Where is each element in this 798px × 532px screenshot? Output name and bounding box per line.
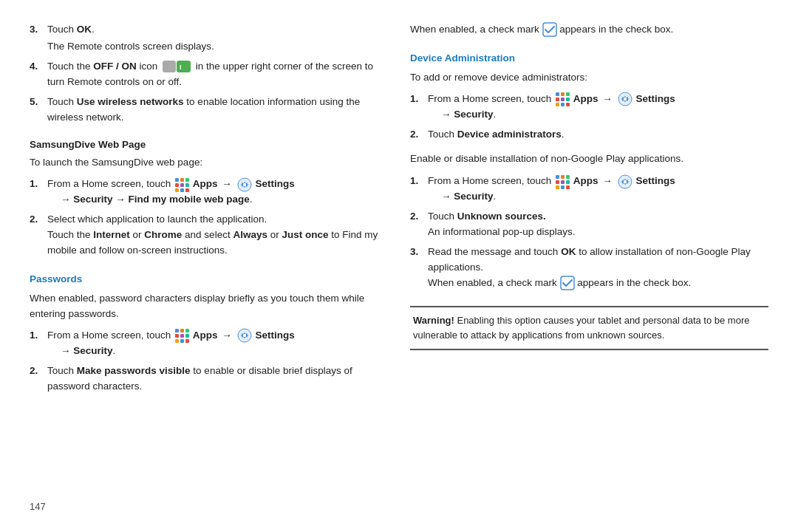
sd-step-1: 1. From a Home screen, touch <box>30 177 388 208</box>
da2-step-2: 2. Touch Unknown sources. An information… <box>410 209 768 240</box>
pw-settings-label: Settings <box>255 330 294 341</box>
svg-rect-1 <box>177 61 191 72</box>
da2-step-3: 3. Read the message and touch OK to allo… <box>410 245 768 291</box>
sd-step-1-num: 1. <box>30 177 43 208</box>
da2-step-2-content: Touch Unknown sources. An informational … <box>428 209 768 240</box>
svg-rect-31 <box>556 98 559 101</box>
passwords-title: Passwords <box>30 272 388 287</box>
da-step-2-num: 2. <box>410 127 423 143</box>
pw-step-2-num: 2. <box>30 364 43 395</box>
toggle-switch-icon: I <box>163 59 191 74</box>
device-admin-intro: To add or remove device administrators: <box>410 70 768 86</box>
pw-security: Security <box>73 345 112 356</box>
svg-rect-19 <box>180 334 184 338</box>
da2-step2-sub: An informational pop-up displays. <box>428 226 576 237</box>
da-step-1-num: 1. <box>410 92 423 123</box>
step-3: 3. Touch OK. The Remote controls screen … <box>30 22 388 55</box>
samsungdive-steps: 1. From a Home screen, touch <box>30 177 388 263</box>
svg-rect-32 <box>561 98 565 101</box>
da-settings-label-1: Settings <box>635 93 675 104</box>
da-arrow-1: → <box>602 93 613 104</box>
svg-text:I: I <box>180 64 182 71</box>
da2-apps-label: Apps <box>573 175 598 186</box>
step-list-left: 3. Touch OK. The Remote controls screen … <box>30 22 388 130</box>
settings-gear-icon-4 <box>618 174 632 189</box>
svg-rect-43 <box>556 180 559 184</box>
passwords-intro: When enabled, password characters displa… <box>30 291 388 322</box>
svg-rect-16 <box>180 329 184 332</box>
passwords-steps: 1. From a Home screen, touch <box>30 328 388 399</box>
da-device-admins: Device administrators <box>457 129 562 140</box>
sd-step-2-num: 2. <box>30 212 43 259</box>
step-5-content: Touch Use wireless networks to enable lo… <box>47 95 388 126</box>
warning-box: Warning! Enabling this option causes you… <box>410 306 768 350</box>
svg-rect-20 <box>185 334 189 338</box>
da2-steps: 1. From a Home screen, touch <box>410 174 768 295</box>
da2-security: Security <box>454 191 493 202</box>
da2-step-3-content: Read the message and touch OK to allow i… <box>428 245 768 291</box>
svg-rect-4 <box>180 178 184 182</box>
sd-step-2: 2. Select which application to launch th… <box>30 212 388 259</box>
svg-rect-7 <box>180 183 184 187</box>
svg-rect-10 <box>180 188 184 192</box>
settings-gear-icon-1 <box>237 177 252 192</box>
svg-rect-22 <box>180 339 184 343</box>
warning-label: Warning! <box>413 315 454 326</box>
svg-rect-42 <box>566 175 570 179</box>
svg-rect-44 <box>561 180 565 184</box>
right-column: When enabled, a check mark appears in th… <box>410 22 768 517</box>
da2-step1-security: → Security. <box>441 191 496 202</box>
pw-step-1: 1. From a Home screen, touch <box>30 328 388 359</box>
step-5-num: 5. <box>30 95 43 126</box>
pw-apps-label: Apps <box>193 330 218 341</box>
svg-rect-21 <box>175 339 179 343</box>
da2-step-2-num: 2. <box>410 209 423 240</box>
svg-rect-36 <box>566 103 570 106</box>
sd-step1-security: → Security → Find my mobile web page. <box>61 194 253 205</box>
da-step2-dot: . <box>562 129 565 140</box>
step-4-offon: OFF / ON <box>93 61 137 72</box>
right-intro: When enabled, a check mark appears in th… <box>410 22 768 38</box>
check-mark-icon-2 <box>560 276 575 290</box>
svg-rect-8 <box>185 183 189 187</box>
da2-ok: OK <box>561 246 576 257</box>
svg-rect-46 <box>556 185 559 189</box>
da2-arrow-1: → <box>602 175 613 186</box>
step-4: 4. Touch the OFF / ON icon I in the uppe… <box>30 59 388 90</box>
sd-step-1-content: From a Home screen, touch <box>47 177 388 208</box>
samsungdive-title: SamsungDive Web Page <box>30 137 388 153</box>
warning-text: Enabling this option causes your tablet … <box>413 315 750 341</box>
step-3-ok: OK <box>77 24 92 35</box>
da2-step3-suffix: to allow installation of non-Google Play… <box>428 246 751 273</box>
svg-point-26 <box>242 334 245 337</box>
step-5: 5. Touch Use wireless networks to enable… <box>30 95 388 126</box>
svg-rect-18 <box>175 334 179 338</box>
da-security-1: Security <box>454 109 493 120</box>
sd-arrow-1: → <box>222 178 232 189</box>
sd-apps-label-1: Apps <box>193 178 218 189</box>
pw-step-1-content: From a Home screen, touch <box>47 328 388 359</box>
da2-settings-label: Settings <box>635 175 675 186</box>
svg-rect-47 <box>561 185 565 189</box>
page-container: 3. Touch OK. The Remote controls screen … <box>0 0 798 532</box>
pw-arrow-1: → <box>222 330 232 341</box>
step-3-sub: The Remote controls screen displays. <box>47 39 388 55</box>
da2-step-1-num: 1. <box>410 174 423 205</box>
apps-grid-icon-3 <box>555 92 570 106</box>
svg-rect-45 <box>566 180 570 184</box>
step-3-num: 3. <box>30 22 43 55</box>
svg-point-39 <box>623 98 626 100</box>
sd-findmymobile: Find my mobile web page <box>129 194 250 205</box>
da-step-2-content: Touch Device administrators. <box>428 127 768 143</box>
da2-step-1-content: From a Home screen, touch <box>428 174 768 205</box>
svg-rect-35 <box>561 103 565 106</box>
left-column: 3. Touch OK. The Remote controls screen … <box>30 22 388 517</box>
svg-rect-6 <box>175 183 179 187</box>
device-admin-title: Device Administration <box>410 51 768 66</box>
svg-point-51 <box>623 180 626 183</box>
da2-unknown-sources: Unknown sources. <box>457 211 546 222</box>
sd-security: Security <box>73 194 112 205</box>
svg-rect-3 <box>175 178 179 182</box>
apps-grid-icon-4 <box>555 174 570 189</box>
sd-step2-line1: Select which application to launch the a… <box>47 214 267 225</box>
